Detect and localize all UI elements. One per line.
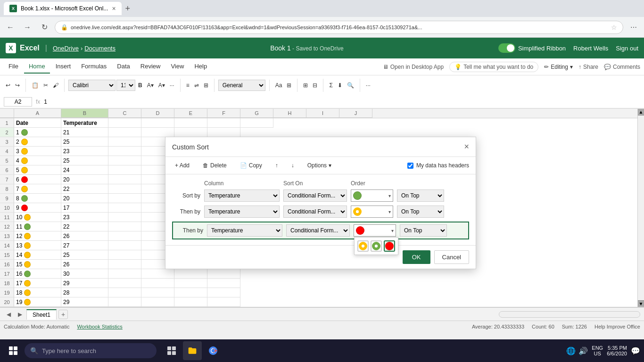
cell-a[interactable]: 12 [14, 231, 61, 241]
cell-b[interactable]: 29 [61, 279, 108, 288]
font-family-select[interactable]: Calibri [68, 80, 116, 91]
next-sheet-btn[interactable]: ▶ [15, 310, 25, 319]
network-icon[interactable]: 🌐 [566, 346, 576, 355]
cell-a[interactable]: 17 [14, 279, 61, 288]
more-font-btn[interactable]: ··· [168, 79, 176, 92]
chrome-btn[interactable] [204, 341, 223, 360]
sort-by-order-select[interactable]: On Top [397, 189, 444, 202]
cell-b[interactable]: 23 [61, 147, 108, 156]
cell-a[interactable]: 13 [14, 241, 61, 250]
active-tab[interactable]: X Book 1.xlsx - Microsoft Excel Onl... × [4, 2, 122, 15]
cell-c[interactable] [108, 241, 141, 250]
cell-a[interactable]: 6 [14, 175, 61, 184]
sort-by-column-select[interactable]: Temperature [204, 189, 280, 202]
share-btn[interactable]: ↑ Share [578, 64, 598, 70]
bold-btn[interactable]: B [136, 79, 144, 92]
taskbar-search-bar[interactable]: 🔍 Type here to search [25, 343, 157, 358]
cell-d[interactable] [141, 297, 174, 307]
sign-out-link[interactable]: Sign out [616, 45, 638, 52]
sort-by-sort-on-select[interactable]: Conditional Form... [283, 189, 347, 202]
cell-a1[interactable]: Date [14, 118, 61, 128]
cell-c[interactable] [108, 213, 141, 222]
open-desktop-btn[interactable]: 🖥 Open in Desktop App [383, 64, 444, 70]
formula-input[interactable] [44, 99, 640, 105]
cell-a[interactable]: 9 [14, 203, 61, 213]
cell-b[interactable]: 20 [61, 194, 108, 203]
comments-btn[interactable]: 💬 Comments [604, 64, 640, 70]
tab-file[interactable]: File [4, 60, 23, 74]
cell-a[interactable]: 2 [14, 137, 61, 147]
headers-checkbox[interactable] [407, 163, 413, 169]
color-option-red[interactable] [384, 240, 395, 252]
sum-btn[interactable]: Σ [327, 79, 334, 92]
find-btn[interactable]: 🔍 [345, 79, 356, 92]
new-tab-btn[interactable]: + [122, 4, 134, 14]
dialog-ok-btn[interactable]: OK [403, 250, 430, 264]
help-improve-link[interactable]: Help Improve Office [594, 324, 640, 329]
cell-c1[interactable] [108, 118, 141, 128]
tab-home[interactable]: Home [24, 60, 50, 74]
vertical-scrollbar[interactable]: ▲ ▼ [637, 109, 644, 307]
cell-b[interactable]: 28 [61, 288, 108, 297]
cell-a[interactable]: 15 [14, 260, 61, 269]
font-color-btn[interactable]: A▾ [157, 79, 167, 92]
sheet-tab-sheet1[interactable]: Sheet1 [26, 309, 57, 320]
headers-checkbox-label[interactable]: My data has headers [407, 162, 469, 169]
prev-sheet-btn[interactable]: ◀ [4, 310, 13, 319]
cell-b[interactable]: 30 [61, 269, 108, 279]
cell-e[interactable] [174, 269, 207, 279]
styles-btn[interactable]: Aa [273, 79, 284, 92]
cell-c[interactable] [108, 147, 141, 156]
back-btn[interactable]: ← [4, 21, 17, 34]
cell-b[interactable]: 25 [61, 156, 108, 165]
task-view-btn[interactable] [162, 341, 181, 360]
refresh-btn[interactable]: ↻ [38, 21, 51, 34]
then-by-2-color-picker[interactable]: ▾ [354, 224, 396, 237]
cell-e[interactable] [174, 279, 207, 288]
paste-btn[interactable]: 📋 [30, 79, 41, 92]
then-by-2-column-select[interactable]: Temperature [207, 224, 282, 237]
cell-c[interactable] [108, 184, 141, 194]
undo-btn[interactable]: ↩ [4, 79, 12, 92]
cell-e1[interactable] [174, 118, 207, 128]
dialog-close-btn[interactable]: × [464, 142, 469, 152]
sort-options-btn[interactable]: Options ▾ [305, 161, 334, 170]
number-format-select[interactable]: General [218, 80, 265, 91]
cell-c[interactable] [108, 279, 141, 288]
tab-data[interactable]: Data [112, 60, 134, 74]
cell-f[interactable] [207, 297, 240, 307]
cell-c[interactable] [108, 297, 141, 307]
tab-review[interactable]: Review [136, 60, 165, 74]
cell-c[interactable] [108, 128, 141, 137]
start-button[interactable] [4, 341, 23, 360]
cell-b[interactable]: 27 [61, 241, 108, 250]
cell-a[interactable]: 4 [14, 156, 61, 165]
then-by-1-order-select[interactable]: On Top [397, 206, 444, 218]
cell-d[interactable] [141, 288, 174, 297]
then-by-2-sort-on-select[interactable]: Conditional Form... [286, 224, 350, 237]
cell-c[interactable] [108, 231, 141, 241]
tab-close-btn[interactable]: × [112, 5, 116, 12]
font-size-select[interactable]: 11 [116, 80, 135, 91]
insert-cells-btn[interactable]: ⊞ [301, 79, 310, 92]
cell-b[interactable]: 26 [61, 260, 108, 269]
editing-btn[interactable]: ✏ Editing ▾ [544, 64, 573, 70]
cell-d[interactable] [141, 128, 174, 137]
cell-d1[interactable] [141, 118, 174, 128]
breadcrumb-documents[interactable]: Documents [84, 45, 116, 52]
then-by-1-column-select[interactable]: Temperature [204, 206, 280, 218]
scroll-up-btn[interactable]: ▲ [638, 109, 644, 115]
cell-f[interactable] [207, 288, 240, 297]
cell-c[interactable] [108, 250, 141, 260]
cell-c[interactable] [108, 269, 141, 279]
cell-a[interactable]: 7 [14, 184, 61, 194]
align-btn[interactable]: ≡ [184, 79, 191, 92]
cell-a[interactable]: 3 [14, 147, 61, 156]
workbook-stats-link[interactable]: Workbook Statistics [77, 324, 122, 329]
cell-b[interactable]: 20 [61, 175, 108, 184]
color-option-green[interactable] [371, 240, 382, 252]
cell-c[interactable] [108, 137, 141, 147]
wrap-btn[interactable]: ⇌ [192, 79, 201, 92]
tab-insert[interactable]: Insert [51, 60, 76, 74]
cell-f[interactable] [207, 279, 240, 288]
